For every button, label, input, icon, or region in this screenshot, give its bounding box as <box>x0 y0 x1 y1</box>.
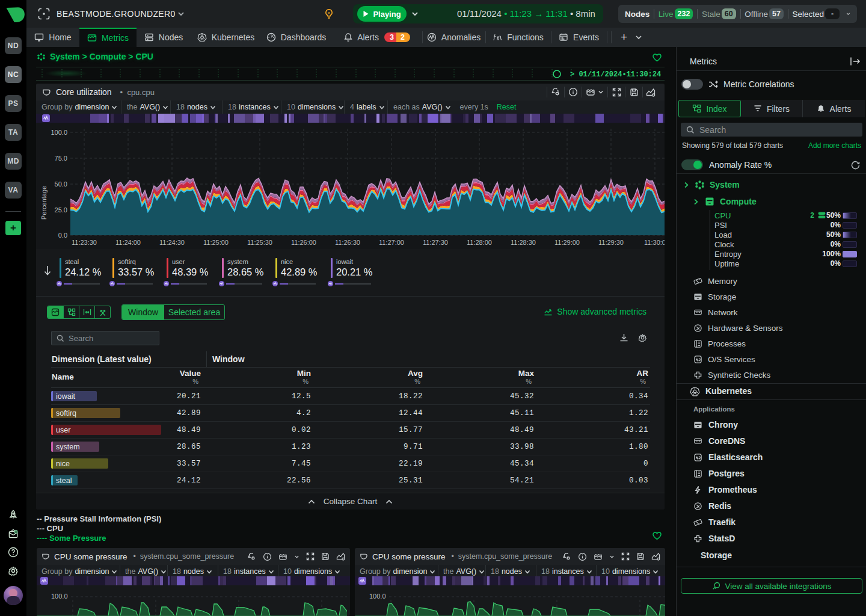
svg-text:11:29:00: 11:29:00 <box>554 239 580 246</box>
svg-text:50.0: 50.0 <box>55 180 67 188</box>
svg-text:75.0: 75.0 <box>55 155 67 162</box>
svg-text:11:24:00: 11:24:00 <box>115 239 141 246</box>
svg-text:11:30:0: 11:30:0 <box>644 239 665 246</box>
svg-text:11:27:00: 11:27:00 <box>379 239 404 246</box>
svg-text:0.0: 0.0 <box>58 232 67 239</box>
svg-text:11:23:30: 11:23:30 <box>72 239 97 246</box>
svg-text:11:28:00: 11:28:00 <box>467 239 492 246</box>
svg-text:11:25:30: 11:25:30 <box>247 239 272 246</box>
svg-text:Percentage: Percentage <box>40 186 48 220</box>
svg-text:100.0: 100.0 <box>51 129 67 136</box>
svg-text:11:26:00: 11:26:00 <box>291 239 316 246</box>
svg-text:11:27:30: 11:27:30 <box>423 239 448 246</box>
svg-text:11:29:30: 11:29:30 <box>598 239 624 246</box>
svg-text:11:26:30: 11:26:30 <box>335 239 360 246</box>
svg-text:25.0: 25.0 <box>55 206 67 214</box>
svg-text:11:25:00: 11:25:00 <box>203 239 229 246</box>
svg-text:11:28:30: 11:28:30 <box>511 239 536 246</box>
svg-text:11:24:30: 11:24:30 <box>159 239 185 246</box>
